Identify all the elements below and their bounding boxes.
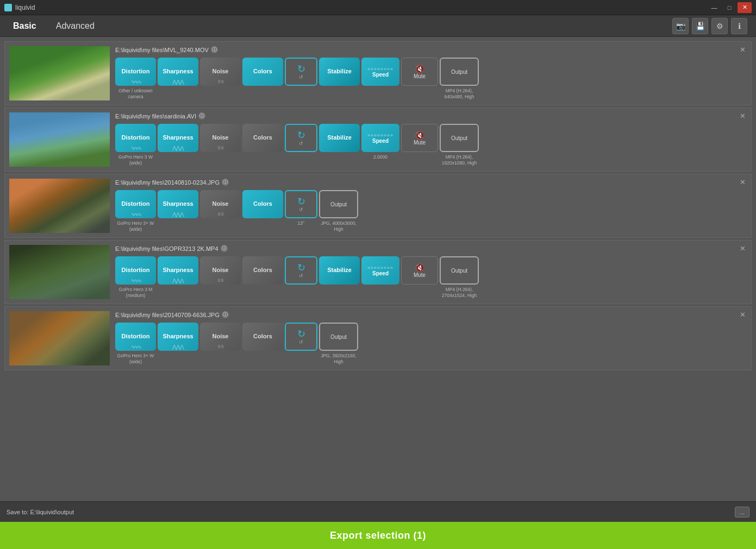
output-btn-4[interactable]: Output bbox=[440, 256, 479, 285]
file-1-content: E:\liquivid\my files\MVL_9240.MOV ⓘ Dist… bbox=[115, 46, 747, 100]
colors-btn-3[interactable]: Colors bbox=[242, 190, 283, 218]
export-label: Export selection (1) bbox=[330, 530, 426, 541]
minimize-button[interactable]: — bbox=[707, 2, 721, 13]
menubar-left: Basic Advanced bbox=[9, 19, 99, 33]
file-info-icon-5[interactable]: ⓘ bbox=[222, 311, 229, 318]
close-file-3[interactable]: ✕ bbox=[738, 178, 747, 186]
pipeline-info-4: GoPro Hero 3 M (medium) MP4 (H.264), 270… bbox=[115, 287, 747, 299]
speed-info-2: 2.0000 bbox=[361, 154, 399, 160]
close-file-1[interactable]: ✕ bbox=[738, 45, 747, 54]
pipeline-3: Distortion Sharpness Noise Colors ↻ ↺ Ou… bbox=[115, 190, 747, 218]
file-path-2: E:\liquivid\my files\sardinia.AVI ⓘ bbox=[115, 112, 747, 119]
file-path-4: E:\liquivid\my files\GOPR3213 2K.MP4 ⓘ bbox=[115, 245, 747, 252]
close-button[interactable]: ✕ bbox=[738, 2, 752, 13]
output-info-5: JPG, 3920x2160, High bbox=[319, 353, 358, 365]
colors-btn-4[interactable]: Colors bbox=[242, 256, 283, 285]
colors-btn-2[interactable]: Colors bbox=[242, 124, 283, 152]
pipeline-5: Distortion Sharpness Noise Colors ↻ ↺ Ou… bbox=[115, 323, 747, 351]
save-to-label: Save to: E:\liquivid\output bbox=[7, 509, 74, 515]
file-info-icon-2[interactable]: ⓘ bbox=[198, 112, 205, 119]
mute-btn-4[interactable]: 🔇 Mute bbox=[401, 256, 438, 285]
pipeline-info-2: GoPro Hero 3 W (wide) 2.0000 MP4 (H.264)… bbox=[115, 154, 747, 166]
distortion-btn-5[interactable]: Distortion bbox=[115, 323, 156, 351]
rotate-btn-3[interactable]: ↻ ↺ bbox=[285, 190, 317, 218]
pipeline-info-5: GoPro Hero 3+ W (wide) JPG, 3920x2160, H… bbox=[115, 353, 747, 365]
camera-icon-button[interactable]: 📷 bbox=[672, 18, 689, 34]
export-bar[interactable]: Export selection (1) bbox=[0, 522, 756, 549]
noise-btn-1[interactable]: Noise bbox=[200, 58, 241, 86]
file-row-3: ✕ E:\liquivid\my files\20140810-0234.JPG… bbox=[4, 174, 752, 238]
output-btn-5[interactable]: Output bbox=[319, 323, 358, 351]
sharpness-btn-4[interactable]: Sharpness bbox=[158, 256, 198, 285]
sharpness-btn-1[interactable]: Sharpness bbox=[158, 58, 198, 86]
output-btn-3[interactable]: Output bbox=[319, 190, 358, 218]
rotate-btn-2[interactable]: ↻ ↺ bbox=[285, 124, 317, 152]
pipeline-2: Distortion Sharpness Noise Colors ↻ ↺ St… bbox=[115, 124, 747, 152]
file-row-2: ✕ E:\liquivid\my files\sardinia.AVI ⓘ Di… bbox=[4, 108, 752, 172]
mute-btn-1[interactable]: 🔇 Mute bbox=[401, 58, 438, 86]
file-info-icon-3[interactable]: ⓘ bbox=[222, 179, 229, 186]
stabilize-btn-4[interactable]: Stabilize bbox=[319, 256, 360, 285]
file-3-content: E:\liquivid\my files\20140810-0234.JPG ⓘ… bbox=[115, 179, 747, 232]
thumbnail-2 bbox=[9, 112, 110, 167]
rotate-btn-1[interactable]: ↻ ↺ bbox=[285, 58, 317, 86]
rotate-btn-4[interactable]: ↻ ↺ bbox=[285, 256, 317, 285]
speed-btn-2[interactable]: »»»»»»»» Speed bbox=[361, 124, 399, 152]
sharpness-btn-2[interactable]: Sharpness bbox=[158, 124, 198, 152]
distortion-btn-2[interactable]: Distortion bbox=[115, 124, 156, 152]
file-row-5: ✕ E:\liquivid\my files\20140709-6636.JPG… bbox=[4, 306, 752, 370]
speed-btn-1[interactable]: »»»»»»»» Speed bbox=[361, 58, 399, 86]
close-file-2[interactable]: ✕ bbox=[738, 111, 747, 120]
mute-btn-2[interactable]: 🔇 Mute bbox=[401, 124, 438, 152]
save-icon-button[interactable]: 💾 bbox=[692, 18, 708, 34]
file-row-4: ✕ E:\liquivid\my files\GOPR3213 2K.MP4 ⓘ… bbox=[4, 240, 752, 304]
distortion-info-4: GoPro Hero 3 M (medium) bbox=[115, 287, 156, 299]
thumbnail-1 bbox=[9, 46, 110, 100]
file-info-icon-1[interactable]: ⓘ bbox=[211, 46, 218, 53]
rotate-btn-5[interactable]: ↻ ↺ bbox=[285, 323, 317, 351]
menubar-right: 📷 💾 ⚙ ℹ bbox=[672, 18, 747, 34]
file-row: ✕ E:\liquivid\my files\MVL_9240.MOV ⓘ Di… bbox=[4, 41, 752, 105]
output-btn-1[interactable]: Output bbox=[440, 58, 479, 86]
close-file-4[interactable]: ✕ bbox=[738, 244, 747, 253]
colors-btn-1[interactable]: Colors bbox=[242, 58, 283, 86]
speed-btn-4[interactable]: »»»»»»»» Speed bbox=[361, 256, 399, 285]
distortion-btn-1[interactable]: Distortion bbox=[115, 58, 156, 86]
settings-icon-button[interactable]: ⚙ bbox=[711, 18, 728, 34]
menubar: Basic Advanced 📷 💾 ⚙ ℹ bbox=[0, 15, 756, 37]
distortion-info-5: GoPro Hero 3+ W (wide) bbox=[115, 353, 156, 365]
tab-advanced[interactable]: Advanced bbox=[52, 19, 99, 33]
pipeline-info-1: Other / unknown camera MP4 (H.264), 640x… bbox=[115, 88, 747, 100]
file-path-3: E:\liquivid\my files\20140810-0234.JPG ⓘ bbox=[115, 179, 747, 186]
thumbnail-5 bbox=[9, 311, 110, 365]
file-path-1: E:\liquivid\my files\MVL_9240.MOV ⓘ bbox=[115, 46, 747, 53]
file-2-content: E:\liquivid\my files\sardinia.AVI ⓘ Dist… bbox=[115, 112, 747, 166]
sharpness-btn-3[interactable]: Sharpness bbox=[158, 190, 198, 218]
pipeline-1: Distortion Sharpness Noise Colors ↻ ↺ St… bbox=[115, 58, 747, 86]
noise-btn-2[interactable]: Noise bbox=[200, 124, 241, 152]
distortion-btn-3[interactable]: Distortion bbox=[115, 190, 156, 218]
noise-btn-3[interactable]: Noise bbox=[200, 190, 241, 218]
sharpness-btn-5[interactable]: Sharpness bbox=[158, 323, 198, 351]
output-btn-2[interactable]: Output bbox=[440, 124, 479, 152]
info-icon-button[interactable]: ℹ bbox=[731, 18, 747, 34]
distortion-info-2: GoPro Hero 3 W (wide) bbox=[115, 154, 156, 166]
titlebar-left: liquivid bbox=[4, 4, 35, 11]
stabilize-btn-2[interactable]: Stabilize bbox=[319, 124, 360, 152]
tab-basic[interactable]: Basic bbox=[9, 19, 41, 33]
stabilize-btn-1[interactable]: Stabilize bbox=[319, 58, 360, 86]
distortion-btn-4[interactable]: Distortion bbox=[115, 256, 156, 285]
output-info-1: MP4 (H.264), 640x480, High bbox=[440, 88, 479, 100]
browse-button[interactable]: ... bbox=[735, 507, 749, 518]
file-4-content: E:\liquivid\my files\GOPR3213 2K.MP4 ⓘ D… bbox=[115, 245, 747, 299]
noise-btn-4[interactable]: Noise bbox=[200, 256, 241, 285]
titlebar: liquivid — □ ✕ bbox=[0, 0, 756, 15]
colors-btn-5[interactable]: Colors bbox=[242, 323, 283, 351]
file-info-icon-4[interactable]: ⓘ bbox=[221, 245, 228, 252]
pipeline-4: Distortion Sharpness Noise Colors ↻ ↺ St… bbox=[115, 256, 747, 285]
maximize-button[interactable]: □ bbox=[722, 2, 736, 13]
noise-btn-5[interactable]: Noise bbox=[200, 323, 241, 351]
output-info-3: JPG, 4000x3000, High bbox=[319, 220, 358, 232]
close-file-5[interactable]: ✕ bbox=[738, 310, 747, 319]
app-icon bbox=[4, 4, 12, 11]
